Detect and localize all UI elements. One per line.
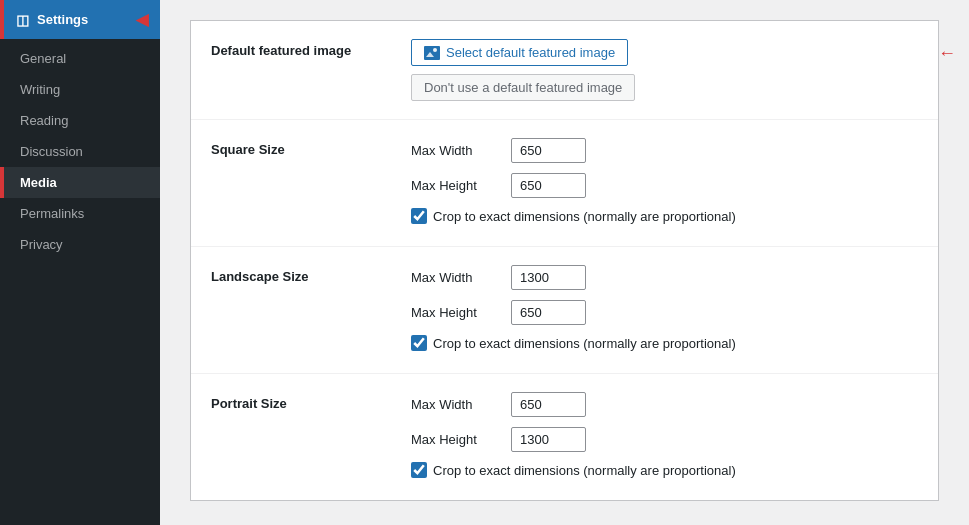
landscape-size-row: Landscape Size Max Width Max Height Crop… [191, 247, 938, 374]
portrait-max-width-label: Max Width [411, 397, 511, 412]
square-max-height-label: Max Height [411, 178, 511, 193]
settings-icon: ◫ [16, 12, 29, 28]
portrait-max-height-row: Max Height [411, 427, 918, 452]
square-crop-checkbox[interactable] [411, 208, 427, 224]
default-featured-image-field: Select default featured image ← Don't us… [411, 39, 918, 101]
square-size-row: Square Size Max Width Max Height Crop to… [191, 120, 938, 247]
square-crop-row: Crop to exact dimensions (normally are p… [411, 208, 918, 224]
square-max-width-input[interactable] [511, 138, 586, 163]
portrait-crop-label: Crop to exact dimensions (normally are p… [433, 463, 736, 478]
sidebar-nav: General Writing Reading Discussion Media… [0, 39, 160, 264]
square-size-label: Square Size [211, 138, 411, 157]
sidebar-arrow-icon: ◀ [136, 10, 148, 29]
portrait-max-width-input[interactable] [511, 392, 586, 417]
sidebar-item-writing[interactable]: Writing [0, 74, 160, 105]
square-size-field: Max Width Max Height Crop to exact dimen… [411, 138, 918, 228]
settings-section: Default featured image Select default fe… [190, 20, 939, 501]
portrait-crop-row: Crop to exact dimensions (normally are p… [411, 462, 918, 478]
portrait-max-height-input[interactable] [511, 427, 586, 452]
square-max-height-row: Max Height [411, 173, 918, 198]
sidebar-item-discussion[interactable]: Discussion [0, 136, 160, 167]
square-max-height-input[interactable] [511, 173, 586, 198]
no-image-label: Don't use a default featured image [424, 80, 622, 95]
landscape-max-width-label: Max Width [411, 270, 511, 285]
portrait-size-row: Portrait Size Max Width Max Height Crop … [191, 374, 938, 500]
sidebar-settings-item[interactable]: ◫ Settings ◀ [0, 0, 160, 39]
select-featured-image-button[interactable]: Select default featured image [411, 39, 628, 66]
sidebar: ◫ Settings ◀ General Writing Reading Dis… [0, 0, 160, 525]
sidebar-item-media[interactable]: Media [0, 167, 160, 198]
main-content: Default featured image Select default fe… [160, 0, 969, 525]
featured-image-buttons: Select default featured image ← Don't us… [411, 39, 918, 101]
square-max-width-label: Max Width [411, 143, 511, 158]
portrait-size-field: Max Width Max Height Crop to exact dimen… [411, 392, 918, 482]
landscape-max-height-label: Max Height [411, 305, 511, 320]
default-featured-image-row: Default featured image Select default fe… [191, 21, 938, 120]
square-max-width-row: Max Width [411, 138, 918, 163]
no-default-image-button[interactable]: Don't use a default featured image [411, 74, 635, 101]
landscape-max-width-row: Max Width [411, 265, 918, 290]
sidebar-item-privacy[interactable]: Privacy [0, 229, 160, 260]
default-featured-image-label: Default featured image [211, 39, 411, 58]
select-image-label: Select default featured image [446, 45, 615, 60]
landscape-crop-label: Crop to exact dimensions (normally are p… [433, 336, 736, 351]
portrait-max-height-label: Max Height [411, 432, 511, 447]
landscape-max-width-input[interactable] [511, 265, 586, 290]
landscape-max-height-input[interactable] [511, 300, 586, 325]
landscape-size-label: Landscape Size [211, 265, 411, 284]
landscape-crop-row: Crop to exact dimensions (normally are p… [411, 335, 918, 351]
sidebar-item-permalinks[interactable]: Permalinks [0, 198, 160, 229]
sidebar-settings-label: Settings [37, 12, 88, 27]
portrait-crop-checkbox[interactable] [411, 462, 427, 478]
image-icon [424, 46, 440, 60]
sidebar-item-reading[interactable]: Reading [0, 105, 160, 136]
portrait-size-label: Portrait Size [211, 392, 411, 411]
landscape-crop-checkbox[interactable] [411, 335, 427, 351]
landscape-max-height-row: Max Height [411, 300, 918, 325]
portrait-max-width-row: Max Width [411, 392, 918, 417]
landscape-size-field: Max Width Max Height Crop to exact dimen… [411, 265, 918, 355]
sidebar-item-general[interactable]: General [0, 43, 160, 74]
arrow-indicator: ← [938, 42, 956, 63]
square-crop-label: Crop to exact dimensions (normally are p… [433, 209, 736, 224]
